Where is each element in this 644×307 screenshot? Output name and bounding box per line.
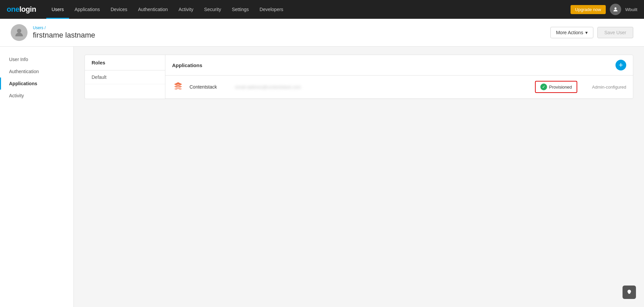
svg-point-1 xyxy=(17,29,21,33)
chevron-down-icon: ▾ xyxy=(585,30,588,35)
page-header-left: Users / firstname lastname xyxy=(11,24,95,41)
applications-panel: Applications + Contentstack email-addr xyxy=(165,55,633,99)
app-status-label: Provisioned xyxy=(549,85,572,90)
roles-panel: Roles Default xyxy=(85,55,165,99)
nav-settings[interactable]: Settings xyxy=(226,0,254,19)
content-area: Roles Default Applications + xyxy=(74,47,644,307)
user-avatar-large xyxy=(11,24,28,41)
app-email: email-address@contentstack.com xyxy=(235,85,530,90)
add-application-button[interactable]: + xyxy=(615,60,626,70)
applications-panel-title: Applications xyxy=(172,62,202,68)
provisioned-check-icon: ✓ xyxy=(540,84,547,90)
applications-panel-header: Applications + xyxy=(165,55,633,75)
nav-applications[interactable]: Applications xyxy=(69,0,105,19)
nav-devices[interactable]: Devices xyxy=(105,0,133,19)
more-actions-button[interactable]: More Actions ▾ xyxy=(550,27,593,38)
nav-developers[interactable]: Developers xyxy=(254,0,289,19)
help-button[interactable] xyxy=(623,286,636,299)
nav-security[interactable]: Security xyxy=(199,0,227,19)
breadcrumb[interactable]: Users / xyxy=(33,25,95,30)
save-user-button[interactable]: Save User xyxy=(597,27,633,38)
nav-links: Users Applications Devices Authenticatio… xyxy=(46,0,571,19)
user-name-nav: Wbuilt xyxy=(625,7,637,12)
nav-authentication[interactable]: Authentication xyxy=(133,0,173,19)
nav-activity[interactable]: Activity xyxy=(173,0,199,19)
page-header-title-group: Users / firstname lastname xyxy=(33,25,95,40)
top-navigation: onelogin Users Applications Devices Auth… xyxy=(0,0,644,19)
sidebar-item-activity[interactable]: Activity xyxy=(0,90,73,102)
page-title: firstname lastname xyxy=(33,31,95,40)
sidebar-item-applications[interactable]: Applications xyxy=(0,78,73,90)
main-container: User Info Authentication Applications Ac… xyxy=(0,47,644,307)
app-config-label: Admin-configured xyxy=(583,85,626,90)
content-columns: Roles Default Applications + xyxy=(85,55,633,99)
app-logo: onelogin xyxy=(7,5,36,14)
topnav-right: Upgrade now Wbuilt xyxy=(571,4,637,15)
sidebar-item-authentication[interactable]: Authentication xyxy=(0,65,73,78)
page-header-actions: More Actions ▾ Save User xyxy=(550,27,633,38)
contentstack-logo-icon xyxy=(172,81,184,93)
svg-point-0 xyxy=(614,7,616,9)
sidebar-item-user-info[interactable]: User Info xyxy=(0,53,73,65)
sidebar: User Info Authentication Applications Ac… xyxy=(0,47,74,307)
app-row: Contentstack email-address@contentstack.… xyxy=(165,75,633,99)
role-default[interactable]: Default xyxy=(85,70,165,84)
app-name: Contentstack xyxy=(190,84,230,90)
roles-panel-header: Roles xyxy=(85,55,165,70)
nav-users[interactable]: Users xyxy=(46,0,69,19)
user-avatar-nav[interactable] xyxy=(610,4,621,15)
app-status-badge[interactable]: ✓ Provisioned xyxy=(535,81,577,93)
upgrade-button[interactable]: Upgrade now xyxy=(571,5,606,14)
page-header: Users / firstname lastname More Actions … xyxy=(0,19,644,47)
